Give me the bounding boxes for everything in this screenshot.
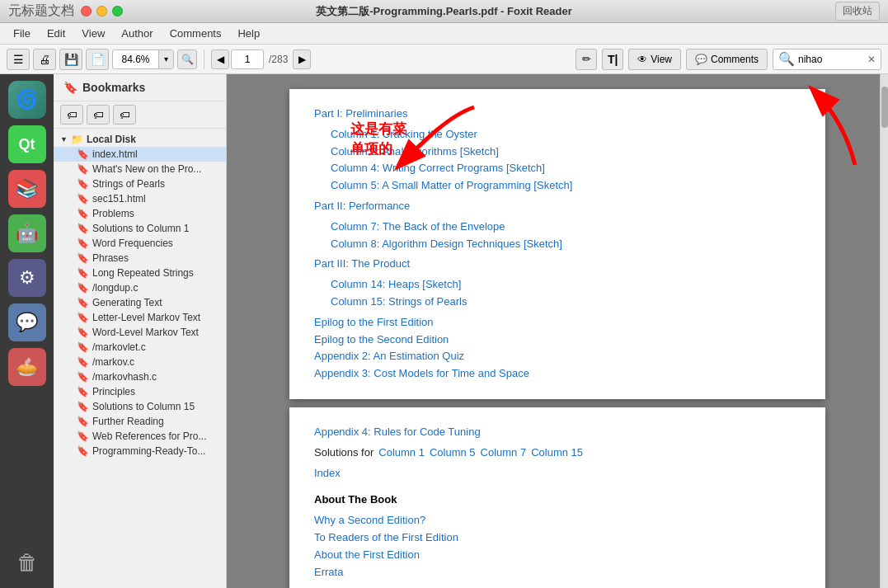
- sidebar-app-chat[interactable]: 💬: [8, 303, 46, 341]
- tree-item-markovlet[interactable]: 🔖 /markovlet.c: [54, 340, 226, 355]
- bookmark-tool-3[interactable]: 🏷: [113, 105, 136, 125]
- eye-icon: 👁: [637, 54, 647, 65]
- pdf-link-col4[interactable]: Column 4: Writing Correct Programs [Sket…: [331, 162, 545, 174]
- sidebar-app-pie[interactable]: 🥧: [8, 348, 46, 386]
- tree-item-solutions15[interactable]: 🔖 Solutions to Column 15: [54, 399, 226, 414]
- search-input[interactable]: [798, 54, 864, 65]
- tree-item-word-markov[interactable]: 🔖 Word-Level Markov Text: [54, 325, 226, 340]
- pdf-link-col5[interactable]: Column 5: A Small Matter of Programming …: [331, 179, 572, 191]
- sidebar-app-android[interactable]: 🤖: [8, 214, 46, 252]
- pdf-link-part1[interactable]: Part I: Preliminaries: [314, 107, 407, 120]
- tree-item-longdup[interactable]: 🔖 /longdup.c: [54, 280, 226, 295]
- close-button[interactable]: [81, 6, 92, 16]
- tree-item-markovhash[interactable]: 🔖 /markovhash.c: [54, 369, 226, 384]
- save-button[interactable]: 💾: [59, 49, 82, 70]
- tree-item-web-references[interactable]: 🔖 Web References for Pro...: [54, 429, 226, 444]
- edit-pencil-button[interactable]: ✏: [576, 49, 597, 70]
- tree-item-letter-markov[interactable]: 🔖 Letter-Level Markov Text: [54, 310, 226, 325]
- pdf-link-about-first[interactable]: About the First Edition: [314, 548, 420, 561]
- pdf-link-appendix3[interactable]: Appendix 3: Cost Models for Time and Spa…: [314, 367, 529, 379]
- tree-item-markov[interactable]: 🔖 /markov.c: [54, 355, 226, 369]
- maximize-button[interactable]: [112, 6, 123, 16]
- main-area: 🌀 Qt 📚 🤖 ⚙ 💬 🥧 🗑 🔖 Bookmarks 🏷 🏷 🏷 ▼ 📁 L…: [0, 74, 888, 588]
- tree-item-generating[interactable]: 🔖 Generating Text: [54, 295, 226, 310]
- menu-comments[interactable]: Comments: [163, 26, 228, 41]
- menu-view[interactable]: View: [75, 26, 111, 41]
- sidebar-app-trash[interactable]: 🗑: [8, 543, 46, 581]
- view-button[interactable]: 👁 View: [628, 49, 681, 70]
- sidebar-app-toggle[interactable]: ⚙: [8, 259, 46, 297]
- tree-label-17: Solutions to Column 15: [92, 401, 195, 412]
- page-total: /283: [265, 54, 291, 65]
- pdf-link-appendix2[interactable]: Appendix 2: An Estimation Quiz: [314, 350, 464, 362]
- bookmark-icon-17: 🔖: [77, 401, 89, 412]
- pdf-link-sol-col7[interactable]: Column 7: [481, 445, 527, 462]
- pdf-link-epilog1[interactable]: Epilog to the First Edition: [314, 316, 434, 328]
- new-button[interactable]: 📄: [86, 49, 109, 70]
- sidebar-app-spiral[interactable]: 🌀: [8, 81, 46, 119]
- pdf-link-col7[interactable]: Column 7: The Back of the Envelope: [331, 220, 505, 233]
- tree-label-1: What's New on the Pro...: [92, 163, 201, 175]
- tree-item-principles[interactable]: 🔖 Principles: [54, 384, 226, 399]
- search-clear-button[interactable]: ✕: [867, 54, 876, 65]
- pdf-link-col14[interactable]: Column 14: Heaps [Sketch]: [331, 278, 461, 290]
- pdf-scrollbar[interactable]: [880, 74, 888, 588]
- menu-author[interactable]: Author: [115, 26, 159, 41]
- page-number-input[interactable]: [231, 49, 264, 69]
- tree-item-problems[interactable]: 🔖 Problems: [54, 206, 226, 221]
- pdf-scrollbar-thumb[interactable]: [881, 87, 888, 128]
- pdf-link-epilog2[interactable]: Epilog to the Second Edition: [314, 333, 449, 346]
- tree-root-localdisk[interactable]: ▼ 📁 Local Disk: [54, 132, 226, 147]
- pdf-link-errata[interactable]: Errata: [314, 566, 343, 578]
- pdf-link-part2[interactable]: Part II: Performance: [314, 200, 410, 212]
- menu-file[interactable]: File: [7, 26, 37, 41]
- comments-button[interactable]: 💬 Comments: [686, 49, 768, 70]
- menu-help[interactable]: Help: [231, 26, 266, 41]
- tree-item-whats-new[interactable]: 🔖 What's New on the Pro...: [54, 162, 226, 176]
- minimize-button[interactable]: [96, 6, 107, 16]
- tree-label-5: Solutions to Column 1: [92, 223, 189, 234]
- pdf-link-sol-col1[interactable]: Column 1: [378, 445, 425, 462]
- pdf-link-col1[interactable]: Column 1: Cracking the Oyster: [331, 128, 477, 140]
- tree-item-phrases[interactable]: 🔖 Phrases: [54, 251, 226, 266]
- sidebar-toggle-button[interactable]: ☰: [7, 49, 30, 70]
- sidebar-app-qt[interactable]: Qt: [8, 125, 46, 163]
- pdf-link-col2[interactable]: Column 2: Aha! Algorithms [Sketch]: [331, 145, 499, 158]
- pdf-content-1: Part I: Preliminaries Column 1: Cracking…: [314, 106, 801, 383]
- pdf-link-to-readers[interactable]: To Readers of the First Edition: [314, 531, 458, 543]
- print-button[interactable]: 🖨: [33, 49, 56, 70]
- tree-item-strings[interactable]: 🔖 Strings of Pearls: [54, 176, 226, 191]
- zoom-dropdown-arrow[interactable]: ▾: [158, 49, 173, 69]
- zoom-input[interactable]: [113, 54, 158, 65]
- pdf-scroll-area[interactable]: Part I: Preliminaries Column 1: Cracking…: [227, 74, 888, 588]
- tree-label-4: Problems: [92, 208, 134, 219]
- bookmark-header: 🔖 Bookmarks: [54, 74, 226, 101]
- pdf-link-col15[interactable]: Column 15: Strings of Pearls: [331, 295, 467, 308]
- zoom-control[interactable]: ▾: [112, 49, 174, 69]
- pdf-link-part3[interactable]: Part III: The Product: [314, 257, 410, 270]
- prev-page-button[interactable]: ◀: [211, 49, 229, 69]
- pdf-link-appendix4[interactable]: Appendix 4: Rules for Code Tuning: [314, 426, 481, 438]
- pdf-link-why-second[interactable]: Why a Second Edition?: [314, 514, 425, 526]
- tree-item-index[interactable]: 🔖 index.html: [54, 147, 226, 162]
- bookmark-tool-1[interactable]: 🏷: [60, 105, 83, 125]
- pdf-link-sol-col15[interactable]: Column 15: [531, 445, 583, 462]
- text-tool-button[interactable]: T|: [602, 49, 623, 70]
- pdf-link-index[interactable]: Index: [314, 467, 341, 479]
- menu-edit[interactable]: Edit: [40, 26, 72, 41]
- tree-item-further-reading[interactable]: 🔖 Further Reading: [54, 414, 226, 429]
- bookmark-tool-2[interactable]: 🏷: [87, 105, 110, 125]
- tree-item-programming-ready[interactable]: 🔖 Programming-Ready-To...: [54, 444, 226, 459]
- tree-root-label: Local Disk: [87, 134, 136, 145]
- pdf-viewer: 这是有菜 单项的: [227, 74, 888, 588]
- pdf-link-col8[interactable]: Column 8: Algorithm Design Techniques [S…: [331, 238, 562, 250]
- tree-item-solutions1[interactable]: 🔖 Solutions to Column 1: [54, 221, 226, 236]
- pdf-link-sol-col5[interactable]: Column 5: [430, 445, 476, 462]
- tree-item-word-freq[interactable]: 🔖 Word Frequencies: [54, 236, 226, 251]
- toolbar-right: ✏ T| 👁 View 💬 Comments 🔍 ✕: [576, 49, 881, 70]
- zoom-in-button[interactable]: 🔍: [177, 49, 197, 69]
- tree-item-sec151[interactable]: 🔖 sec151.html: [54, 191, 226, 206]
- next-page-button[interactable]: ▶: [293, 49, 311, 69]
- sidebar-app-books[interactable]: 📚: [8, 170, 46, 208]
- tree-item-long-repeated[interactable]: 🔖 Long Repeated Strings: [54, 266, 226, 280]
